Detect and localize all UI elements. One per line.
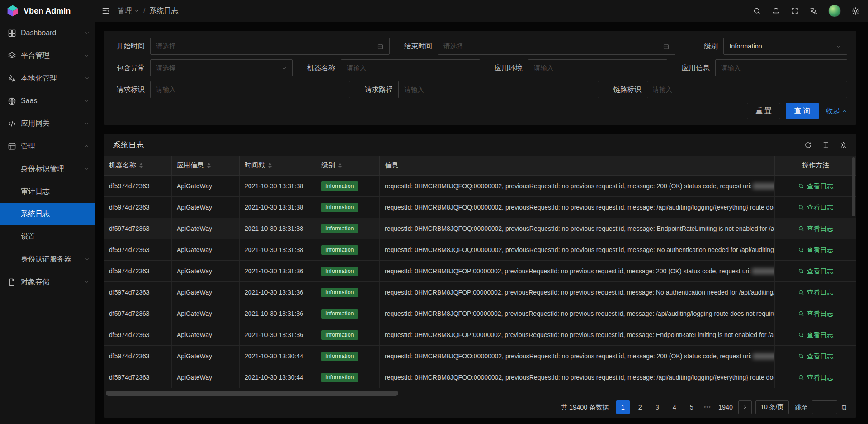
- sidebar-item-platform[interactable]: 平台管理: [0, 44, 95, 67]
- column-header-timestamp[interactable]: 时间戳: [240, 156, 316, 175]
- view-log-link[interactable]: 查看日志: [798, 203, 833, 212]
- table-row[interactable]: df5974d72363 ApiGateWay 2021-10-30 13:30…: [104, 367, 856, 388]
- table-row[interactable]: df5974d72363 ApiGateWay 2021-10-30 13:31…: [104, 261, 856, 282]
- collapse-filters-link[interactable]: 收起: [826, 106, 847, 116]
- page-button-1940[interactable]: 1940: [717, 400, 735, 414]
- page-content: 开始时间 结束时间 级别: [95, 22, 868, 424]
- sort-carets: [139, 163, 143, 168]
- sidebar-item-localization[interactable]: 本地化管理: [0, 67, 95, 90]
- view-log-link[interactable]: 查看日志: [798, 373, 833, 382]
- language-icon[interactable]: [809, 7, 818, 15]
- page-button-2[interactable]: 2: [633, 400, 647, 414]
- jump-page-input[interactable]: [812, 400, 837, 414]
- view-log-link[interactable]: 查看日志: [798, 310, 833, 318]
- view-log-link[interactable]: 查看日志: [798, 267, 833, 276]
- table-settings-icon[interactable]: [840, 141, 847, 149]
- request-path-input[interactable]: [404, 86, 593, 93]
- cell-timestamp: 2021-10-30 13:31:38: [240, 197, 316, 218]
- next-page-button[interactable]: [738, 400, 752, 414]
- start-time-picker[interactable]: [150, 38, 390, 55]
- view-log-link[interactable]: 查看日志: [798, 331, 833, 339]
- search-button[interactable]: 查 询: [786, 103, 819, 119]
- notification-icon[interactable]: [772, 7, 780, 15]
- end-time-input[interactable]: [443, 43, 659, 50]
- sidebar-item-auth-server[interactable]: 身份认证服务器: [0, 248, 95, 271]
- table-row[interactable]: df5974d72363 ApiGateWay 2021-10-30 13:31…: [104, 324, 856, 346]
- request-id-field[interactable]: [150, 81, 350, 98]
- page-button-1[interactable]: 1: [616, 400, 630, 414]
- horizontal-scrollbar-thumb[interactable]: [106, 391, 398, 396]
- end-time-picker[interactable]: [438, 38, 675, 55]
- search-icon[interactable]: [753, 7, 761, 15]
- table-row[interactable]: df5974d72363 ApiGateWay 2021-10-30 13:31…: [104, 282, 856, 303]
- page-size-select[interactable]: 10 条/页: [755, 400, 788, 414]
- level-select[interactable]: Information: [723, 38, 847, 55]
- page-button-3[interactable]: 3: [651, 400, 664, 414]
- avatar[interactable]: [828, 5, 841, 17]
- column-header-app-info[interactable]: 应用信息: [172, 156, 240, 175]
- sidebar-item-object-storage[interactable]: 对象存储: [0, 271, 95, 293]
- machine-name-field[interactable]: [341, 59, 480, 76]
- cell-app-info: ApiGateWay: [172, 218, 240, 239]
- column-header-message: 信息: [380, 156, 775, 175]
- table-row[interactable]: df5974d72363 ApiGateWay 2021-10-30 13:31…: [104, 176, 856, 197]
- settings-icon[interactable]: [851, 7, 860, 15]
- request-path-field[interactable]: [398, 81, 599, 98]
- cell-machine-name: df5974d72363: [104, 176, 172, 196]
- sidebar-item-settings[interactable]: 设置: [0, 225, 95, 248]
- trace-id-input[interactable]: [653, 86, 841, 93]
- sidebar-item-identity[interactable]: 身份标识管理: [0, 157, 95, 180]
- pagination-total: 共 19400 条数据: [561, 403, 609, 412]
- filter-machine-name: 机器名称: [304, 59, 480, 76]
- sidebar-item-system-logs[interactable]: 系统日志: [0, 203, 95, 225]
- app-env-input[interactable]: [534, 64, 661, 71]
- view-log-link[interactable]: 查看日志: [798, 352, 833, 361]
- page-button-5[interactable]: 5: [685, 400, 698, 414]
- column-header-level[interactable]: 级别: [316, 156, 380, 175]
- view-log-link[interactable]: 查看日志: [798, 246, 833, 254]
- cell-actions: 查看日志: [775, 282, 856, 303]
- machine-name-input[interactable]: [347, 64, 474, 71]
- log-table-panel: 系统日志 机器名称: [104, 134, 856, 418]
- cell-level: Information: [316, 261, 380, 281]
- cell-app-info: ApiGateWay: [172, 197, 240, 218]
- view-log-link[interactable]: 查看日志: [798, 224, 833, 233]
- exception-select[interactable]: 请选择: [150, 59, 293, 76]
- sidebar-item-saas[interactable]: Saas: [0, 90, 95, 112]
- view-log-link[interactable]: 查看日志: [798, 288, 833, 297]
- sidebar-menu: Dashboard平台管理本地化管理Saas应用网关管理身份标识管理审计日志系统…: [0, 22, 95, 424]
- trace-id-field[interactable]: [647, 81, 847, 98]
- page-button-4[interactable]: 4: [668, 400, 681, 414]
- sidebar-item-admin[interactable]: 管理: [0, 135, 95, 157]
- filter-has-exception: 包含异常 请选择: [113, 59, 293, 76]
- horizontal-scrollbar[interactable]: [105, 391, 855, 396]
- logo[interactable]: Vben Admin: [0, 0, 95, 22]
- sidebar-item-gateway[interactable]: 应用网关: [0, 112, 95, 135]
- view-log-link[interactable]: 查看日志: [798, 182, 833, 191]
- table-row[interactable]: df5974d72363 ApiGateWay 2021-10-30 13:31…: [104, 218, 856, 239]
- app-env-field[interactable]: [528, 59, 667, 76]
- vertical-scrollbar-thumb[interactable]: [852, 157, 855, 216]
- resize-icon[interactable]: [822, 141, 830, 149]
- filter-app-env: 应用环境: [491, 59, 667, 76]
- table-row[interactable]: df5974d72363 ApiGateWay 2021-10-30 13:31…: [104, 303, 856, 324]
- table-row[interactable]: df5974d72363 ApiGateWay 2021-10-30 13:31…: [104, 239, 856, 261]
- fullscreen-icon[interactable]: [791, 7, 799, 15]
- app-info-input[interactable]: [721, 64, 841, 71]
- chevron-down-icon: [84, 257, 90, 262]
- breadcrumb-parent[interactable]: 管理: [118, 6, 139, 16]
- breadcrumb-current: 系统日志: [149, 6, 178, 16]
- refresh-icon[interactable]: [804, 141, 812, 149]
- menu-fold-icon[interactable]: [101, 6, 110, 15]
- table-row[interactable]: df5974d72363 ApiGateWay 2021-10-30 13:30…: [104, 346, 856, 367]
- request-id-input[interactable]: [156, 86, 344, 93]
- sidebar-item-dashboard[interactable]: Dashboard: [0, 22, 95, 44]
- start-time-input[interactable]: [156, 43, 373, 50]
- app-info-field[interactable]: [715, 59, 847, 76]
- sidebar-item-audit-logs[interactable]: 审计日志: [0, 180, 95, 203]
- cell-machine-name: df5974d72363: [104, 218, 172, 239]
- reset-button[interactable]: 重 置: [747, 103, 780, 119]
- level-badge: Information: [321, 245, 358, 255]
- column-header-machine-name[interactable]: 机器名称: [104, 156, 172, 175]
- table-row[interactable]: df5974d72363 ApiGateWay 2021-10-30 13:31…: [104, 197, 856, 218]
